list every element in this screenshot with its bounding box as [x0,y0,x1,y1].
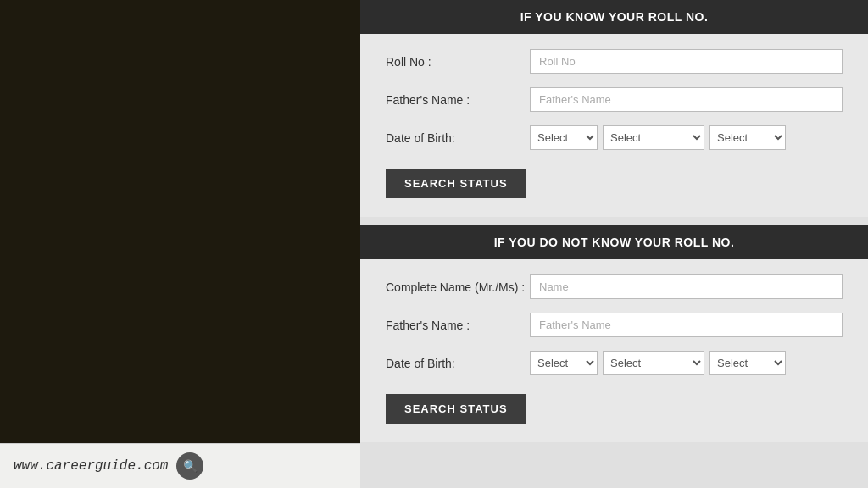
website-url: www.careerguide.com [14,458,168,474]
search-status-button-2[interactable]: SEARCH STATUS [386,394,526,424]
search-icon[interactable]: 🔍 [176,452,203,480]
dob-selects-2: Select Select Select [530,351,786,375]
fathers-name-label-1: Father's Name : [386,93,530,107]
roll-no-label: Roll No : [386,55,530,69]
dob-year-select-1[interactable]: Select [709,125,786,150]
roll-no-input[interactable] [530,49,843,74]
dob-row-1: Date of Birth: Select Select Select [386,125,843,150]
complete-name-row: Complete Name (Mr./Ms) : [386,274,843,299]
section1-header: IF YOU KNOW YOUR ROLL NO. [360,0,868,34]
section1-body: Roll No : Father's Name : Date of Birth:… [360,34,868,217]
dob-day-select-2[interactable]: Select [530,351,598,375]
section-roll-no: IF YOU KNOW YOUR ROLL NO. Roll No : Fath… [360,0,868,217]
complete-name-label: Complete Name (Mr./Ms) : [386,280,530,294]
fathers-name-row-2: Father's Name : [386,313,843,337]
dob-month-select-2[interactable]: Select [603,351,704,375]
fathers-name-label-2: Father's Name : [386,319,530,332]
section2-header: IF YOU DO NOT KNOW YOUR ROLL NO. [360,225,868,259]
dob-year-select-2[interactable]: Select [709,351,786,375]
dob-month-select-1[interactable]: Select [603,125,704,150]
search-status-button-1[interactable]: SEARCH STATUS [386,169,526,198]
main-content: IF YOU KNOW YOUR ROLL NO. Roll No : Fath… [360,0,868,488]
dob-row-2: Date of Birth: Select Select Select [386,351,843,375]
fathers-name-input-1[interactable] [530,87,843,112]
dob-label-2: Date of Birth: [386,357,530,370]
fathers-name-row-1: Father's Name : [386,87,843,112]
section2-body: Complete Name (Mr./Ms) : Father's Name :… [360,259,868,442]
dob-selects-1: Select Select Select [530,125,786,150]
dob-day-select-1[interactable]: Select [530,125,598,150]
complete-name-input[interactable] [530,274,843,299]
sidebar [0,0,360,488]
section-no-roll-no: IF YOU DO NOT KNOW YOUR ROLL NO. Complet… [360,225,868,442]
roll-no-row: Roll No : [386,49,843,74]
dob-label-1: Date of Birth: [386,131,530,145]
bottom-bar: www.careerguide.com 🔍 [0,443,360,488]
fathers-name-input-2[interactable] [530,313,843,337]
